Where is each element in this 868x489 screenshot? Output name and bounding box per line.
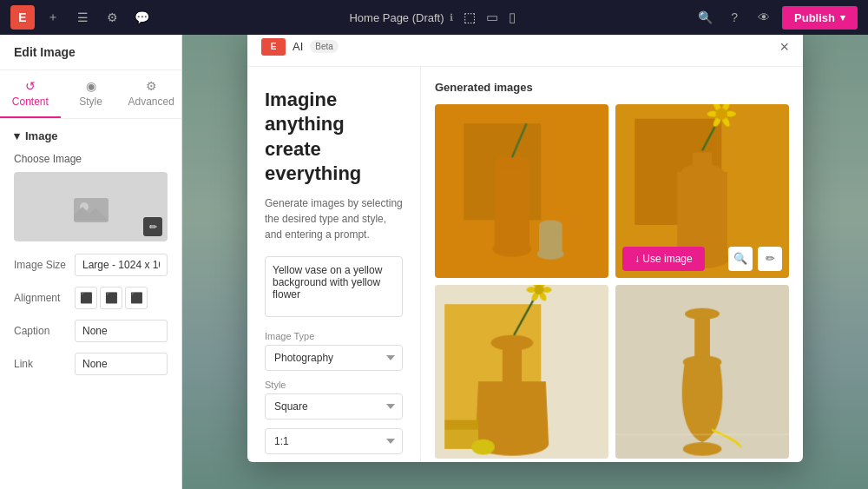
modal-beta-badge: Beta <box>310 40 339 53</box>
hamburger-icon[interactable]: ☰ <box>71 6 94 29</box>
align-left-button[interactable]: ⬛ <box>75 287 97 309</box>
alignment-field: Alignment ⬛ ⬛ ⬛ <box>14 287 168 309</box>
desktop-icon[interactable]: ⬚ <box>460 6 479 29</box>
canvas-area: E AI Beta × Imagine anything create ever… <box>182 35 868 489</box>
image-size-select[interactable]: Large - 1024 x 1024 <box>75 254 168 276</box>
image-section-header: ▾ Image <box>14 129 168 142</box>
modal-overlay: E AI Beta × Imagine anything create ever… <box>182 35 868 489</box>
caption-label: Caption <box>14 325 75 337</box>
images-grid: ↓ Use image 🔍 ✏ <box>435 104 789 459</box>
use-image-overlay: ↓ Use image 🔍 ✏ <box>615 240 789 278</box>
image-size-field: Image Size Large - 1024 x 1024 <box>14 254 168 276</box>
style-tab-icon: ◉ <box>86 79 96 93</box>
image-type-select[interactable]: Photography <box>265 345 403 371</box>
modal-title: Imagine anything create everything <box>265 88 403 187</box>
modal-ai-label: AI <box>293 40 303 53</box>
tab-advanced[interactable]: ⚙ Advanced <box>121 70 181 118</box>
image-type-field: Image Type Photography <box>265 331 403 371</box>
tab-style[interactable]: ◉ Style <box>61 70 122 118</box>
sidebar-content: ▾ Image Choose Image ✏ Image Size Large … <box>0 119 181 489</box>
content-tab-icon: ↺ <box>25 79 36 93</box>
link-icon-button[interactable]: ✏ <box>758 247 782 271</box>
publish-arrow-icon: ▾ <box>840 12 845 23</box>
topbar-right: 🔍 ? 👁 Publish ▾ <box>694 6 858 30</box>
sidebar-title: Edit Image <box>0 35 181 70</box>
modal-right-panel: Generated images ↓ <box>421 67 803 462</box>
style-field: Style Square <box>265 380 403 420</box>
section-arrow-icon: ▾ <box>14 129 20 142</box>
advanced-tab-icon: ⚙ <box>146 79 157 93</box>
alignment-label: Alignment <box>14 292 75 304</box>
image-canvas-3 <box>435 285 608 459</box>
link-select[interactable]: None <box>75 353 168 375</box>
align-right-button[interactable]: ⬛ <box>125 287 148 309</box>
sidebar: Edit Image ↺ Content ◉ Style ⚙ Advanced … <box>0 35 182 489</box>
modal-description: Generate images by selecting the desired… <box>265 195 403 242</box>
publish-button[interactable]: Publish ▾ <box>782 6 858 30</box>
caption-control: None <box>75 320 168 342</box>
image-placeholder: ✏ <box>14 172 168 241</box>
modal-body: Imagine anything create everything Gener… <box>247 67 803 462</box>
topbar: E ＋ ☰ ⚙ 💬 Home Page (Draft) ℹ ⬚ ▭ ▯ 🔍 ? … <box>0 0 868 35</box>
link-label: Link <box>14 358 75 370</box>
elementor-logo: E <box>10 5 35 30</box>
modal-header-left: E AI Beta <box>261 38 339 56</box>
zoom-icon-button[interactable]: 🔍 <box>728 247 753 271</box>
image-type-label: Image Type <box>265 331 403 341</box>
use-image-button[interactable]: ↓ Use image <box>622 247 705 271</box>
image-canvas-1 <box>435 104 608 278</box>
mobile-icon[interactable]: ▯ <box>505 6 519 29</box>
search-icon[interactable]: 🔍 <box>694 6 716 29</box>
caption-field: Caption None <box>14 320 168 342</box>
modal-close-button[interactable]: × <box>779 39 789 55</box>
tablet-icon[interactable]: ▭ <box>483 6 502 29</box>
comments-icon[interactable]: 💬 <box>130 6 153 29</box>
align-center-button[interactable]: ⬛ <box>100 287 122 309</box>
prompt-textarea[interactable]: Yellow vase on a yellow background with … <box>265 256 403 317</box>
generated-image-2: ↓ Use image 🔍 ✏ <box>615 104 789 278</box>
ratio-select[interactable]: 1:1 <box>265 428 403 454</box>
placeholder-image-icon <box>74 191 108 222</box>
info-icon[interactable]: ℹ <box>450 12 453 23</box>
modal-header: E AI Beta × <box>247 35 803 67</box>
image-action-icons: 🔍 ✏ <box>728 247 782 271</box>
image-edit-button[interactable]: ✏ <box>143 217 162 236</box>
image-size-label: Image Size <box>14 259 75 271</box>
style-select[interactable]: Square <box>265 393 403 420</box>
ratio-field: 1:1 <box>265 428 403 454</box>
image-size-control: Large - 1024 x 1024 <box>75 254 168 276</box>
tab-content[interactable]: ↺ Content <box>0 70 61 118</box>
topbar-left: E ＋ ☰ ⚙ 💬 <box>10 5 153 30</box>
generated-image-1 <box>435 104 608 278</box>
add-icon[interactable]: ＋ <box>42 6 64 29</box>
page-title: Home Page (Draft) ℹ <box>349 11 452 24</box>
alignment-buttons: ⬛ ⬛ ⬛ <box>75 287 148 309</box>
ai-modal: E AI Beta × Imagine anything create ever… <box>247 35 803 462</box>
generated-images-label: Generated images <box>435 81 789 94</box>
generated-image-3 <box>435 285 608 459</box>
device-icons: ⬚ ▭ ▯ <box>460 6 519 29</box>
settings-icon[interactable]: ⚙ <box>101 6 123 29</box>
choose-image-label: Choose Image <box>14 153 168 165</box>
link-field: Link None <box>14 353 168 375</box>
generated-image-4 <box>615 285 789 459</box>
eye-icon[interactable]: 👁 <box>753 6 775 29</box>
main-layout: Edit Image ↺ Content ◉ Style ⚙ Advanced … <box>0 35 868 489</box>
sidebar-tabs: ↺ Content ◉ Style ⚙ Advanced <box>0 70 181 119</box>
modal-left-panel: Imagine anything create everything Gener… <box>247 67 421 462</box>
style-label: Style <box>265 380 403 390</box>
help-icon[interactable]: ? <box>723 6 746 29</box>
link-control: None <box>75 353 168 375</box>
modal-logo: E <box>261 38 286 56</box>
caption-select[interactable]: None <box>75 320 168 342</box>
image-canvas-4 <box>615 285 789 459</box>
topbar-center: Home Page (Draft) ℹ ⬚ ▭ ▯ <box>349 6 518 29</box>
